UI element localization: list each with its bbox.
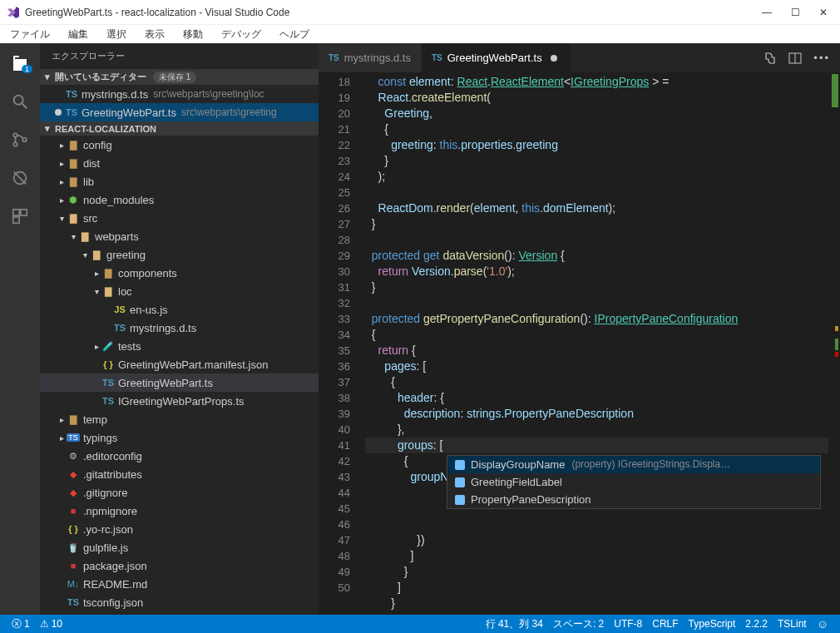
search-activity-icon[interactable] xyxy=(8,90,32,113)
line-number-gutter: 1819202122232425262728293031323334353637… xyxy=(319,72,365,615)
tree-item[interactable]: { }GreetingWebPart.manifest.json xyxy=(40,355,319,373)
status-eol[interactable]: CRLF xyxy=(647,618,683,630)
file-name: mystrings.d.ts xyxy=(82,88,148,101)
tree-item[interactable]: ▾▇src xyxy=(40,209,319,227)
tree-item[interactable]: ▸▇dist xyxy=(40,154,319,172)
scm-activity-icon[interactable] xyxy=(8,128,32,151)
svg-point-3 xyxy=(13,142,17,146)
split-editor-icon[interactable] xyxy=(788,52,802,65)
window-titlebar: GreetingWebPart.ts - react-localization … xyxy=(0,0,840,25)
option-label: PropertyPaneDescription xyxy=(471,492,591,507)
tree-item-label: typings xyxy=(83,432,117,444)
status-tslint[interactable]: TSLint xyxy=(773,618,812,630)
intellisense-option[interactable]: DisplayGroupName(property) IGreetingStri… xyxy=(447,456,820,473)
status-spaces[interactable]: スペース: 2 xyxy=(548,617,609,631)
status-bar: ⓧ1 ⚠10 行 41、列 34 スペース: 2 UTF-8 CRLF Type… xyxy=(0,615,840,633)
tree-item[interactable]: JSen-us.js xyxy=(40,300,319,319)
tree-item[interactable]: ▾▇greeting xyxy=(40,245,319,264)
menu-help[interactable]: ヘルプ xyxy=(274,27,314,42)
intellisense-option[interactable]: PropertyPaneDescription xyxy=(447,491,820,508)
tree-twisty-icon: ▸ xyxy=(91,269,101,278)
error-icon: ⓧ xyxy=(12,617,22,631)
property-icon xyxy=(452,458,467,472)
project-header[interactable]: ▾ REACT-LOCALIZATION xyxy=(40,121,319,136)
status-line-col[interactable]: 行 41、列 34 xyxy=(481,617,548,631)
tab-mystrings[interactable]: TS mystrings.d.ts xyxy=(319,43,422,72)
tab-greetingwebpart[interactable]: TS GreetingWebPart.ts xyxy=(422,43,571,72)
menu-file[interactable]: ファイル xyxy=(5,27,55,42)
tab-actions: ••• xyxy=(754,43,840,72)
svg-rect-14 xyxy=(455,495,465,505)
maximize-button[interactable]: ☐ xyxy=(788,7,802,18)
close-button[interactable]: ✕ xyxy=(817,7,830,18)
tree-item[interactable]: ▾▇loc xyxy=(40,282,319,300)
tree-item[interactable]: { }.yo-rc.json xyxy=(40,520,319,538)
menu-view[interactable]: 表示 xyxy=(140,27,170,42)
tree-item[interactable]: ▸▇temp xyxy=(40,410,319,428)
more-actions-icon[interactable]: ••• xyxy=(813,52,830,64)
overview-ruler[interactable] xyxy=(828,72,840,615)
option-label: GreetingFieldLabel xyxy=(471,474,562,490)
tree-item[interactable]: ▸▇lib xyxy=(40,172,319,190)
tree-item-label: temp xyxy=(83,413,107,426)
tree-item[interactable]: ■package.json xyxy=(40,556,319,575)
tree-twisty-icon: ▸ xyxy=(57,433,67,443)
ts-file-icon: TS xyxy=(65,89,78,99)
explorer-sidebar: エクスプローラー ▾ 開いているエディター 未保存 1 TSmystrings.… xyxy=(40,43,319,615)
status-warnings[interactable]: ⚠10 xyxy=(35,618,67,630)
tab-label: GreetingWebPart.ts xyxy=(447,52,542,64)
tree-item[interactable]: ■.npmignore xyxy=(40,502,319,520)
status-ts-version[interactable]: 2.2.2 xyxy=(740,618,773,630)
tree-twisty-icon: ▾ xyxy=(80,250,90,260)
tree-item[interactable]: TSGreetingWebPart.ts xyxy=(40,373,319,392)
intellisense-popup[interactable]: DisplayGroupName(property) IGreetingStri… xyxy=(447,455,821,509)
menu-bar: ファイル 編集 選択 表示 移動 デバッグ ヘルプ xyxy=(0,25,840,43)
tree-item[interactable]: ▸▇config xyxy=(40,136,319,154)
status-errors[interactable]: ⓧ1 xyxy=(7,617,35,631)
menu-go[interactable]: 移動 xyxy=(178,27,208,42)
extensions-activity-icon[interactable] xyxy=(8,205,32,228)
status-encoding[interactable]: UTF-8 xyxy=(609,618,647,630)
menu-debug[interactable]: デバッグ xyxy=(216,27,266,42)
tree-item[interactable]: ⚙.editorconfig xyxy=(40,447,319,465)
tree-item-label: GreetingWebPart.ts xyxy=(118,377,213,389)
tree-item[interactable]: 🥤gulpfile.js xyxy=(40,538,319,556)
tree-item[interactable]: ▸🧪tests xyxy=(40,337,319,355)
tab-label: mystrings.d.ts xyxy=(344,52,411,64)
tree-twisty-icon: ▸ xyxy=(57,177,67,186)
svg-point-4 xyxy=(22,138,27,142)
minimize-button[interactable]: — xyxy=(760,7,773,18)
status-language[interactable]: TypeScript xyxy=(684,618,741,630)
tree-item-label: README.md xyxy=(83,578,147,591)
tree-item-label: package.json xyxy=(83,560,147,572)
menu-edit[interactable]: 編集 xyxy=(63,27,93,42)
open-editors-header[interactable]: ▾ 開いているエディター 未保存 1 xyxy=(40,69,319,85)
open-editor-item[interactable]: TSGreetingWebPart.tssrc\webparts\greetin… xyxy=(40,103,319,121)
tree-item[interactable]: M↓README.md xyxy=(40,575,319,593)
tree-item[interactable]: TSIGreetingWebPartProps.ts xyxy=(40,392,319,410)
code-content[interactable]: const element: React.ReactElement<IGreet… xyxy=(365,72,840,615)
tree-twisty-icon: ▸ xyxy=(57,141,67,150)
tree-item[interactable]: ▸▇components xyxy=(40,264,319,282)
debug-activity-icon[interactable] xyxy=(8,166,32,190)
sidebar-title: エクスプローラー xyxy=(40,43,319,69)
dirty-indicator-icon xyxy=(55,109,62,116)
tree-item[interactable]: ◆.gitattributes xyxy=(40,465,319,483)
tree-item[interactable]: ▾▇webparts xyxy=(40,227,319,245)
tree-item[interactable]: ◆.gitignore xyxy=(40,483,319,502)
menu-selection[interactable]: 選択 xyxy=(101,27,131,42)
tree-item-label: .editorconfig xyxy=(83,450,142,462)
tree-item[interactable]: TSmystrings.d.ts xyxy=(40,319,319,337)
code-editor[interactable]: 1819202122232425262728293031323334353637… xyxy=(319,72,840,615)
compare-changes-icon[interactable] xyxy=(763,52,777,65)
tree-item-label: tsconfig.json xyxy=(83,596,143,609)
open-editors-list: TSmystrings.d.tssrc\webparts\greeting\lo… xyxy=(40,85,319,121)
intellisense-option[interactable]: GreetingFieldLabel xyxy=(447,473,820,491)
chevron-down-icon: ▾ xyxy=(45,72,55,82)
tree-item[interactable]: TStsconfig.json xyxy=(40,593,319,611)
file-name: GreetingWebPart.ts xyxy=(82,106,176,119)
tree-item[interactable]: ▸TStypings xyxy=(40,428,319,447)
open-editor-item[interactable]: TSmystrings.d.tssrc\webparts\greeting\lo… xyxy=(40,85,319,103)
feedback-icon[interactable]: ☺ xyxy=(812,617,833,631)
tree-item[interactable]: ▸⬢node_modules xyxy=(40,190,319,209)
